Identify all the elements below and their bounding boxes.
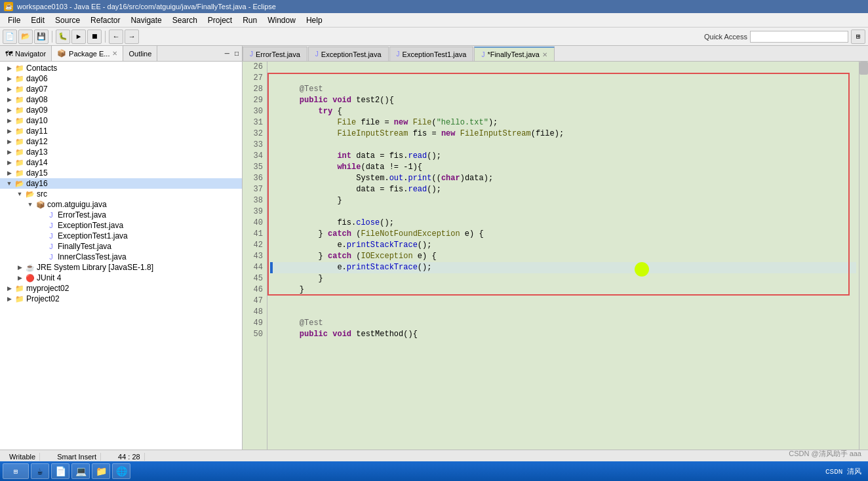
quick-access-icon[interactable]: ⊞ (851, 29, 865, 44)
toolbar-stop-btn[interactable]: ⏹ (87, 29, 102, 44)
maximize-left-btn[interactable]: □ (233, 49, 241, 58)
tab-java-icon: J (397, 50, 400, 58)
taskbar-btn-4[interactable]: 📁 (92, 463, 110, 479)
taskbar-btn-3[interactable]: 💻 (71, 463, 90, 479)
tree-item-day11[interactable]: ▶ 📁 day11 (0, 126, 242, 136)
taskbar-tray: CSDN 清风 (821, 467, 865, 476)
editor-tab-finallytest[interactable]: J *FinallyTest.java ✕ (474, 47, 554, 61)
toolbar-forward-btn[interactable]: → (125, 29, 139, 44)
menu-help[interactable]: Help (301, 14, 328, 26)
folder-icon: 📁 (14, 126, 25, 136)
tree-item-innerclass[interactable]: ▶ J InnerClassTest.java (0, 252, 242, 262)
minimize-left-btn[interactable]: ─ (223, 49, 231, 58)
menu-search[interactable]: Search (167, 14, 203, 26)
tab-java-icon: J (250, 50, 253, 58)
tree-item-finallytest[interactable]: ▶ J FinallyTest.java (0, 241, 242, 252)
folder-icon: 📁 (14, 284, 25, 293)
tree-item-jre[interactable]: ▶ ☕ JRE System Library [JavaSE-1.8] (0, 262, 242, 273)
editor-tab-exceptiontest1[interactable]: J ExceptionTest1.java (389, 47, 474, 61)
editor-tab-close[interactable]: ✕ (542, 51, 547, 58)
tree-item-errortest[interactable]: ▶ J ErrorTest.java (0, 210, 242, 220)
tree-label: day07 (26, 85, 48, 94)
tree-item-project02[interactable]: ▶ 📁 Project02 (0, 294, 242, 304)
menu-project[interactable]: Project (203, 14, 237, 26)
tree-item-contacts[interactable]: ▶ 📁 Contacts (0, 63, 242, 73)
code-editor[interactable]: 26 27 28 29 30 31 32 33 34 35 36 37 38 3… (243, 62, 868, 450)
java-icon: J (46, 221, 56, 230)
tree-item-day12[interactable]: ▶ 📁 day12 (0, 136, 242, 147)
tree-item-day08[interactable]: ▶ 📁 day08 (0, 94, 242, 105)
folder-icon: 📁 (14, 116, 25, 125)
code-line-40: fis.close(); (270, 218, 856, 229)
tree-item-package[interactable]: ▼ 📦 com.atguigu.java (0, 199, 242, 210)
quick-access-input[interactable] (750, 31, 848, 43)
package-explorer-icon: 📦 (57, 49, 66, 58)
tree-item-day13[interactable]: ▶ 📁 day13 (0, 147, 242, 157)
tree-label: day06 (26, 74, 48, 83)
code-line-43: } catch (IOException e) { (270, 251, 856, 262)
menu-run[interactable]: Run (237, 14, 262, 26)
folder-icon: 📁 (14, 64, 25, 73)
tab-java-icon: J (315, 50, 319, 58)
taskbar-start-button[interactable]: ⊞ (3, 463, 29, 479)
tree-item-day09[interactable]: ▶ 📁 day09 (0, 105, 242, 115)
folder-icon: 📁 (14, 147, 25, 157)
tree-item-day10[interactable]: ▶ 📁 day10 (0, 115, 242, 126)
menu-edit[interactable]: Edit (26, 14, 50, 26)
menu-file[interactable]: File (3, 14, 26, 26)
taskbar-eclipse-btn[interactable]: ☕ (31, 463, 49, 479)
tab-java-icon: J (481, 51, 484, 58)
tree-item-day14[interactable]: ▶ 📁 day14 (0, 157, 242, 168)
tab-package-explorer[interactable]: 📦 Package E... ✕ (52, 46, 123, 61)
package-explorer-label: Package E... (69, 50, 109, 58)
menu-refactor[interactable]: Refactor (85, 14, 125, 26)
tree-label: Project02 (26, 294, 60, 303)
status-writable: Writable (5, 453, 40, 461)
folder-icon: 📁 (14, 106, 25, 115)
tree-label: InnerClassTest.java (58, 252, 127, 261)
editor-scrollbar[interactable] (859, 62, 868, 450)
menu-window[interactable]: Window (262, 14, 301, 26)
status-bar: Writable Smart Insert 44 : 28 (0, 450, 868, 463)
tree-item-junit[interactable]: ▶ 🔴 JUnit 4 (0, 273, 242, 283)
menu-navigate[interactable]: Navigate (125, 14, 167, 26)
toolbar-run-btn[interactable]: ▶ (71, 29, 86, 44)
tree-item-myproject02[interactable]: ▶ 📁 myproject02 (0, 283, 242, 294)
package-explorer-tree: ▶ 📁 Contacts ▶ 📁 day06 ▶ 📁 day07 ▶ 📁 day… (0, 62, 242, 450)
tab-outline[interactable]: Outline (123, 46, 157, 61)
tree-item-exceptiontest1[interactable]: ▶ J ExceptionTest1.java (0, 231, 242, 241)
code-line-45: } (270, 273, 856, 284)
tree-label: day13 (26, 147, 48, 157)
package-explorer-close[interactable]: ✕ (112, 50, 117, 57)
taskbar-btn-5[interactable]: 🌐 (112, 463, 130, 479)
tab-navigator[interactable]: 🗺 Navigator (0, 46, 52, 61)
tree-item-day06[interactable]: ▶ 📁 day06 (0, 73, 242, 84)
tree-arrow: ▶ (16, 275, 24, 281)
tree-label: day16 (26, 179, 48, 188)
tree-item-src[interactable]: ▼ 📂 src (0, 189, 242, 199)
taskbar-btn-2[interactable]: 📄 (51, 463, 69, 479)
code-line-37: data = fis.read(); (270, 184, 856, 195)
tree-item-day07[interactable]: ▶ 📁 day07 (0, 84, 242, 94)
menu-source[interactable]: Source (50, 14, 85, 26)
code-line-34: int data = fis.read(); (270, 151, 856, 162)
toolbar-new-btn[interactable]: 📄 (3, 29, 17, 44)
toolbar-debug-btn[interactable]: 🐛 (56, 29, 70, 44)
code-annotation: @Test (281, 84, 323, 95)
tree-arrow: ▼ (26, 201, 34, 208)
toolbar-sep2 (105, 31, 106, 43)
code-line-36: System.out.print((char)data); (270, 173, 856, 184)
java-icon: J (46, 210, 56, 220)
editor-tab-errortest[interactable]: J ErrorTest.java (243, 47, 307, 61)
editor-tab-exceptiontest[interactable]: J ExceptionTest.java (308, 47, 389, 61)
toolbar-save-btn[interactable]: 💾 (34, 29, 49, 44)
tree-item-exceptiontest[interactable]: ▶ J ExceptionTest.java (0, 220, 242, 231)
scrollbar-thumb[interactable] (859, 62, 868, 75)
toolbar-back-btn[interactable]: ← (109, 29, 123, 44)
code-line-44: e.printStackTrace(); (270, 262, 856, 273)
tree-item-day15[interactable]: ▶ 📁 day15 (0, 168, 242, 178)
code-content[interactable]: @Test public void test2(){ try { (267, 62, 859, 450)
tree-item-day16[interactable]: ▼ 📂 day16 (0, 178, 242, 189)
start-icon: ⊞ (14, 467, 18, 476)
toolbar-open-btn[interactable]: 📂 (18, 29, 33, 44)
